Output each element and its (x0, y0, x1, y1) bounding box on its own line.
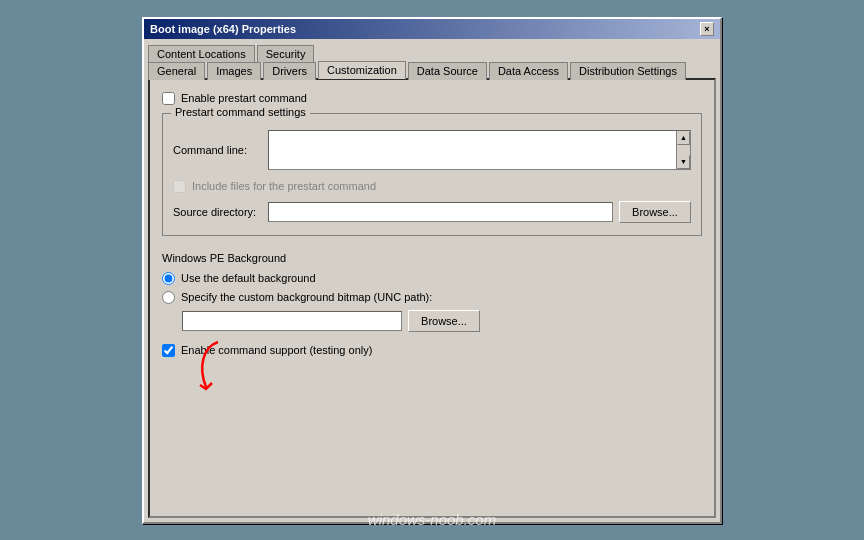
tab-data-access[interactable]: Data Access (489, 62, 568, 80)
source-directory-label: Source directory: (173, 206, 268, 218)
close-button[interactable]: × (700, 22, 714, 36)
main-window: Boot image (x64) Properties × Content Lo… (142, 17, 722, 524)
enable-prestart-label: Enable prestart command (181, 92, 307, 104)
prestart-group-label: Prestart command settings (171, 106, 310, 118)
custom-path-row: Browse... (182, 310, 702, 332)
enable-command-support-label: Enable command support (testing only) (181, 344, 372, 356)
background-section-label: Windows PE Background (162, 252, 702, 264)
tab-row-1: Content Locations Security (144, 39, 720, 60)
command-line-container: ▲ ▼ (268, 130, 691, 170)
tab-drivers[interactable]: Drivers (263, 62, 316, 80)
enable-command-support-row: Enable command support (testing only) (162, 344, 702, 357)
specify-custom-label: Specify the custom background bitmap (UN… (181, 291, 432, 303)
background-browse-button[interactable]: Browse... (408, 310, 480, 332)
tab-content-locations[interactable]: Content Locations (148, 45, 255, 62)
tab-row-2: General Images Drivers Customization Dat… (144, 60, 720, 78)
tab-security[interactable]: Security (257, 45, 315, 62)
include-files-row: Include files for the prestart command (173, 180, 691, 193)
scroll-up-btn[interactable]: ▲ (677, 131, 690, 145)
use-default-row: Use the default background (162, 272, 702, 285)
include-files-checkbox[interactable] (173, 180, 186, 193)
background-section: Windows PE Background Use the default ba… (162, 252, 702, 332)
tab-distribution-settings[interactable]: Distribution Settings (570, 62, 686, 80)
scroll-down-btn[interactable]: ▼ (677, 155, 690, 169)
tab-customization[interactable]: Customization (318, 61, 406, 79)
enable-prestart-row: Enable prestart command (162, 92, 702, 105)
tab-images[interactable]: Images (207, 62, 261, 80)
use-default-radio[interactable] (162, 272, 175, 285)
enable-command-support-checkbox[interactable] (162, 344, 175, 357)
source-directory-row: Source directory: Browse... (173, 201, 691, 223)
use-default-label: Use the default background (181, 272, 316, 284)
specify-custom-radio[interactable] (162, 291, 175, 304)
specify-custom-row: Specify the custom background bitmap (UN… (162, 291, 702, 304)
content-area: Enable prestart command Prestart command… (148, 78, 716, 518)
prestart-group-box: Prestart command settings Command line: … (162, 113, 702, 236)
tab-general[interactable]: General (148, 62, 205, 80)
command-line-label: Command line: (173, 144, 268, 156)
window-title: Boot image (x64) Properties (150, 23, 296, 35)
include-files-label: Include files for the prestart command (192, 180, 376, 192)
custom-path-input[interactable] (182, 311, 402, 331)
source-browse-button[interactable]: Browse... (619, 201, 691, 223)
source-directory-input[interactable] (268, 202, 613, 222)
command-line-scrollbar: ▲ ▼ (676, 131, 690, 169)
enable-prestart-checkbox[interactable] (162, 92, 175, 105)
command-line-row: Command line: ▲ ▼ (173, 130, 691, 170)
tab-data-source[interactable]: Data Source (408, 62, 487, 80)
title-bar: Boot image (x64) Properties × (144, 19, 720, 39)
